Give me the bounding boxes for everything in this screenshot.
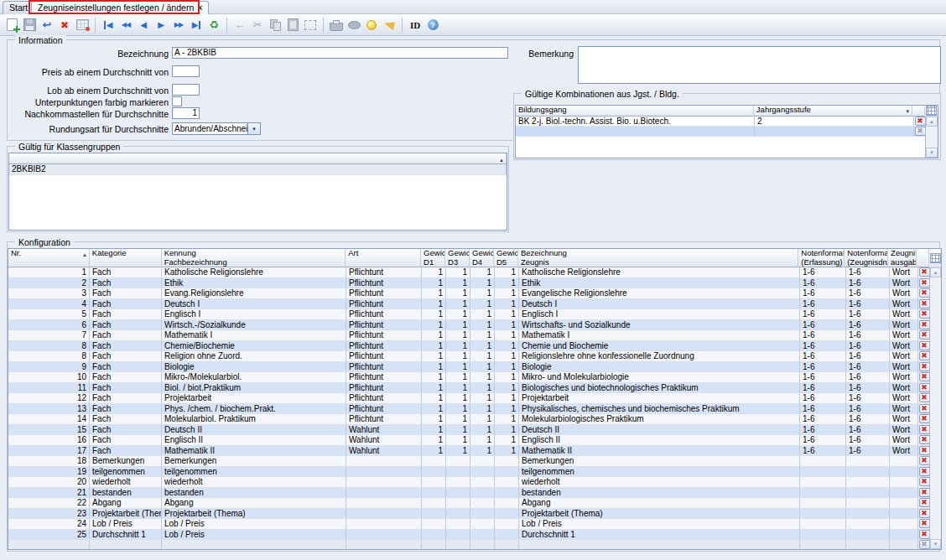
delete-row-button[interactable]: ✖ — [919, 288, 930, 298]
delete-row-button[interactable]: ✖ — [919, 320, 930, 329]
delete-row-button[interactable]: ✖ — [919, 498, 930, 507]
delete-button[interactable]: ✖ — [56, 17, 73, 34]
delete-row-button[interactable]: ✖ — [919, 425, 930, 434]
config-row[interactable]: 8FachChemie/BiochemiePflichtunt1111Chemi… — [8, 341, 941, 352]
bemerkung-textarea[interactable] — [578, 46, 941, 84]
tab-zeugnis-close-icon[interactable]: × — [197, 3, 202, 13]
config-row[interactable]: 7FachMathematik IPflichtunt1111Mathemati… — [8, 330, 941, 341]
rundungsart-select[interactable]: Abrunden/Abschneiden ▼ — [172, 122, 261, 135]
delete-row-button[interactable]: ✖ — [919, 477, 930, 486]
config-row[interactable]: 23Projektarbeit (Thema)Projektarbeit (Th… — [8, 509, 941, 520]
column-header[interactable]: Kennung Fachbezeichnung — [162, 249, 346, 267]
scroll-up-icon[interactable]: ▲ — [930, 267, 941, 277]
config-row[interactable]: 20wiederholtwiederholtwiederholt✖ — [8, 477, 941, 488]
nav-prev-fast-button[interactable]: ◀◀ — [117, 17, 134, 34]
delete-row-button[interactable]: ✖ — [919, 456, 930, 465]
column-header[interactable]: Jahrgangsstufe▼ — [754, 106, 912, 117]
delete-row-button[interactable]: ✖ — [919, 404, 930, 413]
config-row[interactable]: 5FachEnglisch IPflichtunt1111Englisch I1… — [8, 309, 941, 320]
config-row[interactable]: 6FachWirtsch.-/SozialkundePflichtunt1111… — [8, 320, 941, 331]
nav-next-button[interactable]: ▶ — [153, 17, 169, 34]
column-header[interactable] — [912, 106, 925, 117]
delete-row-button[interactable]: ✖ — [919, 435, 930, 444]
notification-button[interactable] — [381, 17, 398, 34]
nachkommastellen-input[interactable]: 1 — [172, 107, 200, 119]
config-row[interactable]: 15FachDeutsch IIWahlunt1111Deutsch II1-6… — [8, 425, 941, 436]
column-header[interactable] — [917, 249, 929, 267]
config-row[interactable]: 21bestandenbestandenbestanden✖ — [8, 488, 941, 499]
delete-row-button[interactable]: ✖ — [919, 414, 930, 423]
delete-row-button[interactable]: ✖ — [919, 519, 930, 528]
config-row[interactable]: 14FachMolekularbiol. PraktikumPflichtunt… — [8, 414, 941, 425]
config-row[interactable]: 13FachPhys. /chem. / biochem.Prakt.Pflic… — [8, 404, 941, 415]
delete-row-button[interactable]: ✖ — [919, 309, 930, 319]
column-header[interactable]: Bezeichnung Zeugnis — [518, 249, 798, 267]
add-column-grid-button[interactable] — [926, 106, 937, 116]
column-header[interactable]: Nr.▲ — [8, 249, 90, 267]
config-row[interactable]: 9FachBiologiePflichtunt1111Biologie1-61-… — [8, 362, 941, 373]
edit-grid-button[interactable] — [74, 17, 91, 34]
delete-row-button[interactable]: ✖ — [919, 383, 930, 392]
column-header[interactable]: Gewicht D5 — [494, 249, 518, 267]
nav-first-button[interactable]: ◀ — [100, 17, 117, 34]
delete-row-button[interactable]: ✖ — [919, 393, 930, 402]
tab-zeugniseinstellungen[interactable]: Zeugniseinstellungen festlegen / ändern× — [31, 1, 209, 14]
config-row[interactable]: 1FachKatholische ReligionslehrePflichtun… — [8, 267, 941, 278]
config-row[interactable]: 24Lob / PreisLob / PreisLob / Preis✖ — [8, 519, 941, 530]
scroll-down-icon[interactable]: ▼ — [926, 148, 938, 158]
config-row[interactable]: 25Durchschnitt 1Lob / PreisDurchschnitt … — [8, 530, 941, 541]
column-header[interactable]: Notenformat (Zeugnisdruck) — [845, 249, 888, 267]
config-row[interactable]: 12FachProjektarbeitPflichtunt1111Projekt… — [8, 393, 941, 404]
delete-row-button[interactable]: ✖ — [919, 341, 930, 350]
config-row[interactable]: 17FachMathematik IIWahlunt1111Mathematik… — [8, 446, 941, 457]
preis-input[interactable] — [172, 65, 200, 77]
kombination-row-empty[interactable]: ✖ — [516, 127, 938, 137]
bezeichnung-input[interactable]: A - 2BKBIB — [172, 47, 508, 59]
nav-next-fast-button[interactable]: ▶▶ — [170, 17, 187, 34]
delete-row-button[interactable]: ✖ — [919, 446, 930, 455]
delete-row-button[interactable]: ✖ — [919, 530, 930, 539]
id-button[interactable]: ID — [407, 17, 424, 34]
config-row[interactable]: 4FachDeutsch IPflichtunt1111Deutsch I1-6… — [8, 299, 941, 310]
delete-row-button[interactable]: ✖ — [919, 372, 930, 381]
config-row[interactable]: 22AbgangAbgangAbgang✖ — [8, 498, 941, 509]
column-header[interactable]: Art — [346, 249, 421, 267]
config-row[interactable]: 2FachEthikPflichtunt1111Ethik1-61-6Wort✖ — [8, 278, 941, 289]
delete-row-button[interactable]: ✖ — [919, 330, 930, 340]
config-row[interactable]: 11FachBiol. / biot.PraktikumPflichtunt11… — [8, 383, 941, 394]
delete-row-button[interactable]: ✖ — [919, 278, 930, 288]
add-column-grid-button[interactable] — [930, 253, 941, 263]
delete-row-button[interactable]: ✖ — [919, 299, 930, 309]
column-header[interactable]: Kategorie — [90, 249, 162, 267]
new-record-button[interactable] — [3, 17, 20, 34]
config-row[interactable]: 16FachEnglisch IIWahlunt1111Englisch II1… — [8, 435, 941, 446]
column-header[interactable]: Gewicht D1 — [421, 249, 445, 267]
delete-row-button[interactable]: ✖ — [915, 117, 926, 126]
nav-prev-button[interactable]: ◀ — [135, 17, 152, 34]
kombination-row[interactable]: BK 2-j. Biol.-techn. Assist. Bio. u.Biot… — [516, 117, 938, 127]
config-row-empty[interactable]: ✖ — [8, 540, 941, 550]
delete-row-button[interactable]: ✖ — [919, 488, 930, 497]
delete-row-button[interactable]: ✖ — [919, 467, 930, 476]
help-button[interactable]: ? — [424, 17, 441, 34]
column-header[interactable]: Bildungsgang — [516, 106, 754, 117]
delete-row-button[interactable]: ✖ — [919, 509, 930, 518]
nav-last-button[interactable]: ▶ — [188, 17, 205, 34]
lob-input[interactable] — [172, 84, 200, 96]
rundungsart-dropdown-icon[interactable]: ▼ — [247, 123, 260, 134]
column-header-klassengruppe[interactable]: Klassengruppe ▲ — [9, 153, 507, 163]
delete-row-button[interactable]: ✖ — [919, 362, 930, 371]
scroll-down-icon[interactable]: ▼ — [930, 539, 941, 549]
klassengruppe-row[interactable]: 2BKBIB2 — [9, 164, 507, 175]
undo-button[interactable]: ↩ — [39, 17, 55, 34]
column-header[interactable]: Gewicht D4 — [470, 249, 494, 267]
delete-row-button[interactable]: ✖ — [919, 267, 930, 277]
refresh-button[interactable]: ♻ — [205, 17, 222, 34]
column-header[interactable]: Zeugnis- ausgabe — [888, 249, 917, 267]
kombinationen-scrollbar[interactable]: ▲ ▼ — [925, 117, 938, 158]
config-row[interactable]: 10FachMikro-/Molekularbiol.Pflichtunt111… — [8, 372, 941, 383]
scroll-up-icon[interactable]: ▲ — [926, 117, 938, 127]
hint-button[interactable] — [363, 17, 380, 34]
config-row[interactable]: 19teilgenommenteilgenommenteilgenommen✖ — [8, 467, 941, 478]
konfiguration-scrollbar[interactable]: ▲ ▼ — [929, 267, 941, 549]
